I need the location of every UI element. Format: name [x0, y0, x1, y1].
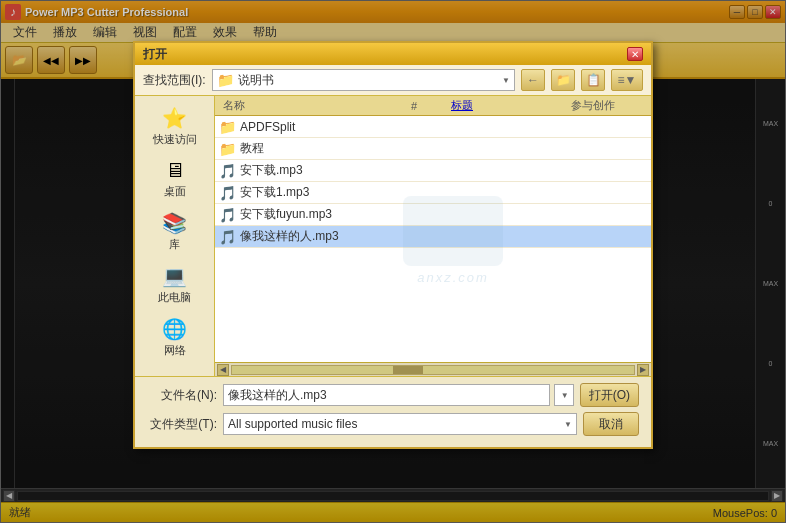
- network-label: 网络: [164, 343, 186, 358]
- library-label: 库: [169, 237, 180, 252]
- dialog-title-bar: 打开 ✕: [135, 43, 651, 65]
- open-dialog: 打开 ✕ 查找范围(I): 📁 说明书 ▼ ← 📁 📋 ≡▼: [133, 41, 653, 449]
- folder-icon: 📁: [217, 72, 234, 88]
- file-name: 安下载fuyun.mp3: [240, 206, 647, 223]
- computer-label: 此电脑: [158, 290, 191, 305]
- file-list[interactable]: 📁 APDFSplit 📁 教程 🎵 安下载.mp3 🎵: [215, 116, 651, 362]
- filetype-input-wrap: All supported music files ▼: [223, 413, 577, 435]
- file-browser: ⭐ 快速访问 🖥 桌面 📚 库 💻 此电脑: [135, 96, 651, 376]
- current-folder-text: 说明书: [238, 72, 502, 89]
- file-list-hscrollbar: ◀ ▶: [215, 362, 651, 376]
- dialog-title: 打开: [143, 46, 627, 63]
- desktop-label: 桌面: [164, 184, 186, 199]
- sidebar-item-network[interactable]: 🌐 网络: [141, 315, 209, 360]
- col-title[interactable]: 标题: [447, 98, 567, 113]
- col-name[interactable]: 名称: [219, 98, 407, 113]
- quickaccess-label: 快速访问: [153, 132, 197, 147]
- file-row[interactable]: 🎵 安下载.mp3: [215, 160, 651, 182]
- library-icon: 📚: [162, 211, 187, 235]
- file-row[interactable]: 📁 教程: [215, 138, 651, 160]
- file-name: 安下载.mp3: [240, 162, 647, 179]
- dialog-form: 文件名(N): ▼ 打开(O) 文件类型(T): All supported m…: [135, 376, 651, 447]
- file-name: APDFSplit: [240, 120, 647, 134]
- open-file-button[interactable]: 打开(O): [580, 383, 639, 407]
- filetype-row: 文件类型(T): All supported music files ▼ 取消: [147, 412, 639, 436]
- file-row-selected[interactable]: 🎵 像我这样的人.mp3: [215, 226, 651, 248]
- nav-view-button[interactable]: ≡▼: [611, 69, 643, 91]
- filetype-combo[interactable]: All supported music files ▼: [223, 413, 577, 435]
- sidebar-item-quickaccess[interactable]: ⭐ 快速访问: [141, 104, 209, 149]
- filetype-label: 文件类型(T):: [147, 416, 217, 433]
- file-row[interactable]: 🎵 安下载1.mp3: [215, 182, 651, 204]
- sidebar-item-computer[interactable]: 💻 此电脑: [141, 262, 209, 307]
- filetype-text: All supported music files: [228, 417, 562, 431]
- mp3-icon: 🎵: [219, 185, 236, 201]
- sidebar-item-library[interactable]: 📚 库: [141, 209, 209, 254]
- nav-create-button[interactable]: 📋: [581, 69, 605, 91]
- folder-icon: 📁: [219, 141, 236, 157]
- mp3-icon: 🎵: [219, 229, 236, 245]
- hscroll-thumb[interactable]: [393, 366, 423, 374]
- quickaccess-icon: ⭐: [162, 106, 187, 130]
- nav-back-button[interactable]: ←: [521, 69, 545, 91]
- computer-icon: 💻: [162, 264, 187, 288]
- cancel-button[interactable]: 取消: [583, 412, 639, 436]
- location-combo[interactable]: 📁 说明书 ▼: [212, 69, 515, 91]
- combo-arrow-icon: ▼: [502, 76, 510, 85]
- filename-combo-arrow[interactable]: ▼: [554, 384, 574, 406]
- col-hash[interactable]: #: [407, 100, 447, 112]
- filename-input[interactable]: [223, 384, 550, 406]
- file-list-header: 名称 # 标题 参与创作: [215, 96, 651, 116]
- filename-input-wrap: ▼: [223, 384, 574, 406]
- sidebar-item-desktop[interactable]: 🖥 桌面: [141, 157, 209, 201]
- dialog-close-button[interactable]: ✕: [627, 47, 643, 61]
- desktop-icon: 🖥: [165, 159, 185, 182]
- file-list-container: 名称 # 标题 参与创作 📁 APDFSplit 📁 教程: [215, 96, 651, 376]
- hscroll-right-arrow[interactable]: ▶: [637, 364, 649, 376]
- hscroll-left-arrow[interactable]: ◀: [217, 364, 229, 376]
- filetype-arrow-icon: ▼: [564, 420, 572, 429]
- mp3-icon: 🎵: [219, 207, 236, 223]
- location-label: 查找范围(I):: [143, 72, 206, 89]
- network-icon: 🌐: [162, 317, 187, 341]
- app-window: ♪ Power MP3 Cutter Professional ─ □ ✕ 文件…: [0, 0, 786, 523]
- hscroll-track[interactable]: [231, 365, 635, 375]
- nav-up-button[interactable]: 📁: [551, 69, 575, 91]
- filename-row: 文件名(N): ▼ 打开(O): [147, 383, 639, 407]
- file-name: 教程: [240, 140, 647, 157]
- filename-label: 文件名(N):: [147, 387, 217, 404]
- file-row[interactable]: 📁 APDFSplit: [215, 116, 651, 138]
- file-name: 安下载1.mp3: [240, 184, 647, 201]
- file-row[interactable]: 🎵 安下载fuyun.mp3: [215, 204, 651, 226]
- dialog-overlay: 打开 ✕ 查找范围(I): 📁 说明书 ▼ ← 📁 📋 ≡▼: [1, 1, 785, 522]
- folder-icon: 📁: [219, 119, 236, 135]
- sidebar: ⭐ 快速访问 🖥 桌面 📚 库 💻 此电脑: [135, 96, 215, 376]
- col-author[interactable]: 参与创作: [567, 98, 647, 113]
- file-name: 像我这样的人.mp3: [240, 228, 647, 245]
- dialog-location-bar: 查找范围(I): 📁 说明书 ▼ ← 📁 📋 ≡▼: [135, 65, 651, 96]
- mp3-icon: 🎵: [219, 163, 236, 179]
- filename-arrow-icon: ▼: [561, 391, 569, 400]
